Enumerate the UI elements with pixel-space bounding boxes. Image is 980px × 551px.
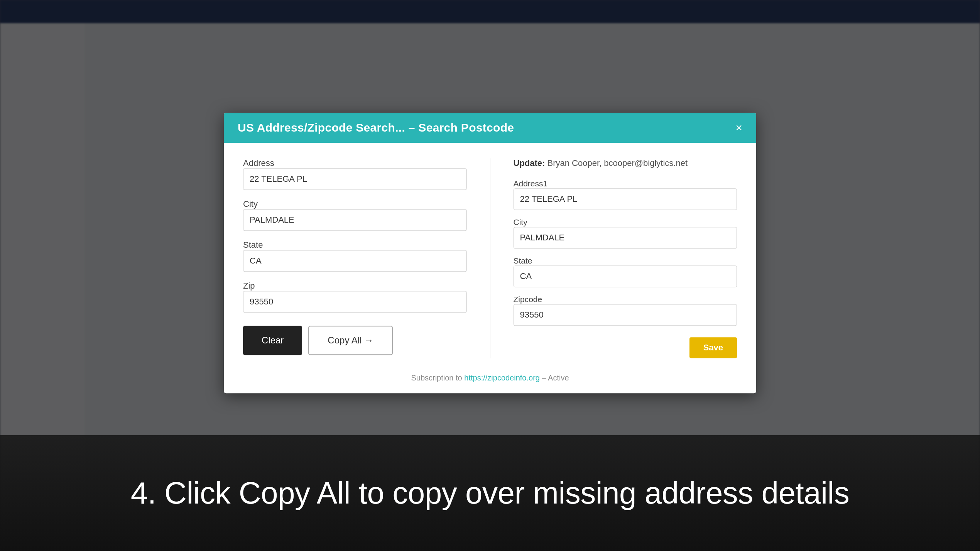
right-address1-input[interactable] (514, 188, 737, 210)
city-label: City (243, 199, 258, 209)
right-state-label: State (514, 256, 532, 265)
save-row: Save (514, 337, 737, 358)
instruction-text: 4. Click Copy All to copy over missing a… (131, 475, 850, 511)
address-label: Address (243, 158, 274, 168)
modal-footer: Subscription to https://zipcodeinfo.org … (224, 374, 756, 393)
state-input[interactable] (243, 250, 467, 272)
right-address1-label: Address1 (514, 179, 548, 188)
right-address1-group: Address1 (514, 179, 737, 210)
update-info: Update: Bryan Cooper, bcooper@biglytics.… (514, 158, 737, 168)
zip-field-group: Zip (243, 281, 467, 313)
copy-all-button[interactable]: Copy All → (308, 326, 393, 355)
city-field-group: City (243, 199, 467, 231)
subscription-text: Subscription to (411, 374, 464, 382)
right-zipcode-label: Zipcode (514, 295, 542, 304)
address-field-group: Address (243, 158, 467, 190)
zip-input[interactable] (243, 291, 467, 313)
right-zipcode-input[interactable] (514, 304, 737, 326)
right-state-input[interactable] (514, 265, 737, 287)
right-state-group: State (514, 256, 737, 287)
save-button[interactable]: Save (689, 337, 737, 358)
right-city-input[interactable] (514, 227, 737, 248)
address-input[interactable] (243, 168, 467, 190)
action-buttons: Clear Copy All → (243, 326, 467, 355)
subscription-link[interactable]: https://zipcodeinfo.org (464, 374, 540, 382)
right-city-label: City (514, 218, 527, 226)
right-city-group: City (514, 218, 737, 248)
subscription-status: – Active (542, 374, 569, 382)
update-prefix: Update: (514, 158, 545, 168)
modal-title: US Address/Zipcode Search... – Search Po… (238, 121, 514, 134)
modal-body: Address City State Zip Clear Copy All → (224, 143, 756, 374)
search-postcode-modal: US Address/Zipcode Search... – Search Po… (224, 113, 756, 393)
instruction-bar: 4. Click Copy All to copy over missing a… (0, 435, 980, 551)
panel-divider (490, 158, 490, 358)
modal-close-button[interactable]: × (735, 122, 742, 134)
left-panel: Address City State Zip Clear Copy All → (243, 158, 467, 358)
modal-header: US Address/Zipcode Search... – Search Po… (224, 113, 756, 143)
clear-button[interactable]: Clear (243, 326, 302, 355)
city-input[interactable] (243, 209, 467, 231)
right-zipcode-group: Zipcode (514, 295, 737, 326)
update-name: Bryan Cooper, bcooper@biglytics.net (547, 158, 688, 168)
state-field-group: State (243, 240, 467, 272)
right-panel: Update: Bryan Cooper, bcooper@biglytics.… (514, 158, 737, 358)
zip-label: Zip (243, 281, 255, 291)
state-label: State (243, 240, 263, 250)
